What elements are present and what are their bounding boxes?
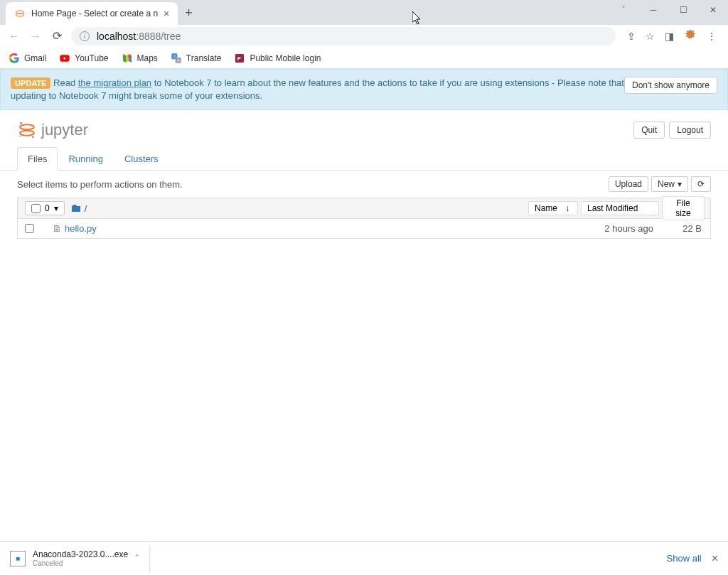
toolbar-hint: Select items to perform actions on them. <box>17 179 183 190</box>
download-status: Canceled <box>33 559 128 567</box>
tab-search-icon[interactable]: ˅ <box>609 0 638 20</box>
tab-title: Home Page - Select or create a n <box>31 9 158 18</box>
svg-point-1 <box>16 14 24 16</box>
tab-running[interactable]: Running <box>58 147 113 171</box>
file-modified: 2 hours ago <box>584 223 662 234</box>
migration-plan-link[interactable]: the migration plan <box>78 77 151 88</box>
download-filename: Anaconda3-2023.0....exe <box>33 549 128 559</box>
file-row[interactable]: 🗎 hello.py 2 hours ago 22 B <box>17 219 711 239</box>
jupyter-brand-text: jupyter <box>41 121 88 139</box>
tab-clusters[interactable]: Clusters <box>114 147 169 171</box>
refresh-icon: ⟳ <box>697 179 705 189</box>
window-controls: ˅ ─ ☐ ✕ <box>609 0 728 20</box>
bookmark-star-icon[interactable]: ☆ <box>646 31 655 42</box>
file-link[interactable]: hello.py <box>65 223 97 234</box>
jupyter-header: jupyter Quit Logout <box>0 110 728 147</box>
maps-icon <box>122 53 133 64</box>
sort-arrow-down-icon: ↓ <box>565 203 569 213</box>
file-size: 22 B <box>662 223 705 234</box>
breadcrumb[interactable]: / <box>85 203 87 214</box>
maximize-button[interactable]: ☐ <box>668 0 698 20</box>
url-path: :8888/tree <box>136 31 181 42</box>
browser-tab-strip: Home Page - Select or create a n × + ˅ ─… <box>0 0 728 25</box>
public-mobile-icon: P <box>234 53 245 64</box>
new-tab-button[interactable]: + <box>185 6 193 25</box>
svg-point-13 <box>32 136 34 139</box>
svg-point-10 <box>20 125 34 130</box>
download-item[interactable]: ■ Anaconda3-2023.0....exe Canceled ˄ <box>10 545 150 572</box>
banner-message: UPDATE Read the migration plan to Notebo… <box>11 77 624 102</box>
side-panel-icon[interactable]: ◨ <box>665 31 674 42</box>
forward-button[interactable]: → <box>28 30 43 43</box>
share-icon[interactable]: ⇪ <box>627 31 636 42</box>
refresh-button[interactable]: ⟳ <box>691 176 711 192</box>
bookmarks-bar: Gmail YouTube Maps 文A Translate P Public… <box>0 48 728 69</box>
svg-text:A: A <box>177 58 180 62</box>
svg-point-14 <box>19 136 21 137</box>
menu-dots-icon[interactable]: ⋮ <box>707 31 717 42</box>
logout-button[interactable]: Logout <box>669 122 711 139</box>
new-dropdown-button[interactable]: New▾ <box>651 176 688 192</box>
close-download-bar-icon[interactable]: × <box>712 552 718 565</box>
update-badge: UPDATE <box>11 77 50 89</box>
url-input[interactable]: i localhost:8888/tree <box>71 27 616 45</box>
select-all-checkbox[interactable] <box>31 204 41 213</box>
extension-icon[interactable] <box>684 28 697 43</box>
svg-point-3 <box>128 55 131 58</box>
chevron-up-icon[interactable]: ˄ <box>135 554 139 563</box>
download-bar: ■ Anaconda3-2023.0....exe Canceled ˄ Sho… <box>0 541 728 575</box>
reload-button[interactable]: ⟳ <box>50 29 64 43</box>
folder-icon[interactable]: 🖿 <box>70 202 82 215</box>
file-toolbar: Select items to perform actions on them.… <box>0 171 728 198</box>
file-list-header: 0 ▾ 🖿 / Name ↓ Last Modified File size <box>17 198 711 219</box>
youtube-icon <box>59 53 70 64</box>
file-icon: 🗎 <box>53 223 62 234</box>
column-name[interactable]: Name ↓ <box>528 201 578 215</box>
close-tab-icon[interactable]: × <box>164 8 169 19</box>
jupyter-favicon <box>14 8 26 19</box>
bookmark-gmail[interactable]: Gmail <box>9 53 46 64</box>
update-banner: UPDATE Read the migration plan to Notebo… <box>0 69 728 110</box>
file-browser: 0 ▾ 🖿 / Name ↓ Last Modified File size 🗎… <box>0 198 728 246</box>
svg-text:P: P <box>237 55 241 62</box>
quit-button[interactable]: Quit <box>633 122 665 139</box>
column-file-size[interactable]: File size <box>662 196 705 220</box>
address-bar: ← → ⟳ i localhost:8888/tree ⇪ ☆ ◨ ⋮ <box>0 25 728 48</box>
bookmark-public-mobile[interactable]: P Public Mobile login <box>234 53 321 64</box>
close-window-button[interactable]: ✕ <box>698 0 728 20</box>
browser-tab[interactable]: Home Page - Select or create a n × <box>6 2 178 25</box>
bookmark-translate[interactable]: 文A Translate <box>171 53 222 64</box>
svg-point-12 <box>20 122 22 124</box>
back-button[interactable]: ← <box>7 30 21 43</box>
row-checkbox[interactable] <box>25 224 34 233</box>
google-g-icon <box>9 53 20 64</box>
bookmark-youtube[interactable]: YouTube <box>59 53 108 64</box>
download-file-icon: ■ <box>10 551 26 566</box>
site-info-icon[interactable]: i <box>80 31 90 41</box>
caret-down-icon: ▾ <box>678 179 682 189</box>
dismiss-banner-button[interactable]: Don't show anymore <box>624 77 717 94</box>
svg-text:文: 文 <box>173 54 176 58</box>
svg-point-0 <box>16 11 24 14</box>
select-all-control[interactable]: 0 ▾ <box>25 201 65 215</box>
jupyter-logo-icon <box>17 120 37 140</box>
svg-point-11 <box>20 131 34 136</box>
bookmark-maps[interactable]: Maps <box>122 53 158 64</box>
main-tabs: Files Running Clusters <box>0 147 728 171</box>
column-last-modified[interactable]: Last Modified <box>581 201 659 215</box>
caret-down-icon: ▾ <box>54 203 58 213</box>
upload-button[interactable]: Upload <box>609 176 648 192</box>
show-all-downloads[interactable]: Show all <box>667 553 702 564</box>
jupyter-logo[interactable]: jupyter <box>17 120 88 140</box>
translate-icon: 文A <box>171 53 182 64</box>
selection-count: 0 <box>45 203 50 213</box>
minimize-button[interactable]: ─ <box>638 0 668 20</box>
address-bar-right: ⇪ ☆ ◨ ⋮ <box>623 28 721 43</box>
tab-files[interactable]: Files <box>17 147 58 171</box>
url-domain: localhost <box>97 31 136 42</box>
